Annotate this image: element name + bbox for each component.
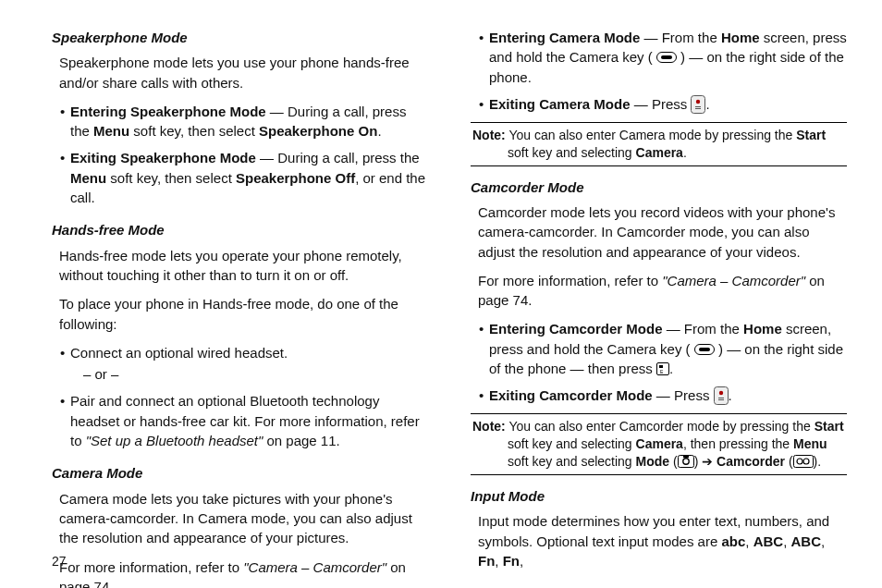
bold-run: Fn — [478, 553, 495, 569]
camcorder-softkey-icon: E — [656, 362, 669, 375]
bold-run: Exiting Camera Mode — [489, 96, 631, 112]
handsfree-intro: Hands-free mode lets you operate your ph… — [52, 246, 428, 286]
bold-run: Home — [743, 321, 782, 337]
text-run: For more information, refer to — [59, 559, 243, 575]
text-run: — Press — [653, 387, 714, 403]
camcorder-ref: For more information, refer to "Camera –… — [471, 271, 847, 311]
list-item: Entering Speakerphone Mode — During a ca… — [61, 102, 428, 141]
or-separator: – or – — [70, 364, 428, 384]
bold-run: Menu — [93, 123, 129, 139]
camera-key-icon — [656, 52, 677, 63]
end-key-icon — [691, 95, 705, 114]
heading-camcorder: Camcorder Mode — [471, 178, 847, 197]
text-run: — From the — [640, 30, 721, 45]
note-camcorder: Note: You can also enter Camcorder mode … — [471, 413, 847, 475]
camera-ref: For more information, refer to "Camera –… — [52, 557, 428, 588]
camcorder-intro: Camcorder mode lets you record videos wi… — [471, 202, 847, 262]
text-run: Connect an optional wired headset. — [70, 345, 288, 361]
note-camera: Note: You can also enter Camera mode by … — [471, 122, 847, 166]
text-run: soft key and selecting — [508, 454, 636, 469]
bold-run: Mode — [636, 454, 670, 469]
list-item: Pair and connect an optional Bluetooth t… — [61, 391, 428, 450]
italic-ref: "Set up a Bluetooth headset" — [86, 433, 263, 448]
heading-input: Input Mode — [471, 486, 847, 506]
bold-run: Start — [815, 419, 844, 434]
text-run: , — [745, 533, 753, 549]
bold-run: Exiting Camcorder Mode — [489, 387, 653, 403]
arrow-glyph: ➔ — [698, 454, 717, 469]
note-label: Note: — [472, 419, 506, 434]
svg-rect-5 — [695, 108, 701, 109]
text-run: , — [495, 553, 502, 569]
bold-run: Speakerphone Off — [236, 170, 355, 186]
text-run: soft key, then select — [106, 170, 236, 186]
text-run: , then pressing the — [683, 436, 793, 451]
text-run: — From the — [663, 321, 744, 337]
manual-page: Speakerphone Mode Speakerphone mode lets… — [0, 0, 882, 588]
handsfree-bullets: Connect an optional wired headset. – or … — [52, 343, 428, 450]
text-run: ( — [785, 454, 793, 469]
text-run: ). — [814, 454, 822, 469]
list-item: Entering Camcorder Mode — From the Home … — [480, 319, 847, 378]
camera-intro: Camera mode lets you take pictures with … — [52, 489, 428, 548]
note-label: Note: — [472, 128, 506, 142]
bold-run: Menu — [793, 436, 827, 451]
italic-ref: "Camera – Camcorder" — [662, 273, 805, 288]
page-number: 27 — [52, 553, 67, 571]
bold-run: Home — [721, 30, 760, 45]
camcorder-bullets: Entering Camcorder Mode — From the Home … — [471, 319, 847, 406]
text-run: , — [821, 533, 825, 549]
list-item: Exiting Camera Mode — Press . — [480, 94, 847, 115]
text-run: soft key and selecting — [508, 436, 636, 451]
camera-mode-bullets: Entering Camera Mode — From the Home scr… — [471, 28, 847, 115]
camcorder-small-icon — [793, 455, 814, 468]
svg-point-12 — [718, 391, 722, 395]
text-run: . — [683, 145, 687, 160]
list-item: Entering Camera Mode — From the Home scr… — [480, 28, 847, 87]
bold-run: Exiting Speakerphone Mode — [70, 150, 256, 165]
svg-rect-17 — [683, 456, 689, 458]
text-run: — During a call, press the — [256, 150, 420, 165]
svg-rect-14 — [718, 399, 724, 400]
svg-rect-13 — [718, 398, 724, 398]
bold-run: Entering Camcorder Mode — [489, 321, 663, 337]
bold-run: ABC — [753, 533, 784, 549]
bold-run: Start — [796, 128, 826, 142]
bold-run: Camera — [636, 145, 683, 160]
svg-rect-4 — [695, 106, 701, 107]
text-run: soft key, then select — [129, 123, 259, 139]
handsfree-lead: To place your phone in Hands-free mode, … — [52, 294, 428, 334]
bold-run: Entering Speakerphone Mode — [70, 104, 266, 119]
end-key-icon — [714, 386, 729, 405]
bold-run: Menu — [70, 170, 106, 186]
camera-key-icon — [694, 344, 715, 355]
text-run: For more information, refer to — [478, 273, 662, 288]
bold-run: Camcorder — [717, 454, 785, 469]
bold-run: Fn — [503, 553, 520, 569]
italic-ref: "Camera – Camcorder" — [243, 559, 386, 575]
camera-small-icon — [678, 455, 694, 468]
bold-run: Speakerphone On — [259, 123, 377, 139]
list-item: Exiting Speakerphone Mode — During a cal… — [61, 148, 428, 207]
speakerphone-intro: Speakerphone mode lets you use your phon… — [52, 53, 428, 92]
left-column: Speakerphone Mode Speakerphone mode lets… — [52, 28, 428, 577]
text-run: ( — [669, 454, 678, 469]
text-run: on page 11. — [263, 433, 339, 448]
input-body: Input mode determines how you enter text… — [471, 511, 847, 570]
bold-run: Entering Camera Mode — [489, 30, 640, 45]
text-run: — Press — [631, 96, 692, 112]
svg-point-3 — [696, 100, 700, 104]
svg-rect-11 — [714, 387, 728, 405]
right-column: Entering Camera Mode — From the Home scr… — [467, 28, 847, 577]
svg-rect-2 — [692, 95, 705, 113]
list-item: Exiting Camcorder Mode — Press . — [480, 386, 847, 406]
text-run: You can also enter Camera mode by pressi… — [506, 128, 796, 142]
bold-run: abc — [721, 533, 745, 549]
heading-speakerphone: Speakerphone Mode — [52, 28, 428, 47]
list-item: Connect an optional wired headset. – or … — [61, 343, 428, 385]
svg-rect-7 — [699, 348, 710, 351]
bold-run: Camera — [636, 436, 683, 451]
heading-handsfree: Hands-free Mode — [52, 220, 428, 239]
svg-rect-1 — [661, 55, 672, 59]
text-run: You can also enter Camcorder mode by pre… — [506, 419, 815, 434]
